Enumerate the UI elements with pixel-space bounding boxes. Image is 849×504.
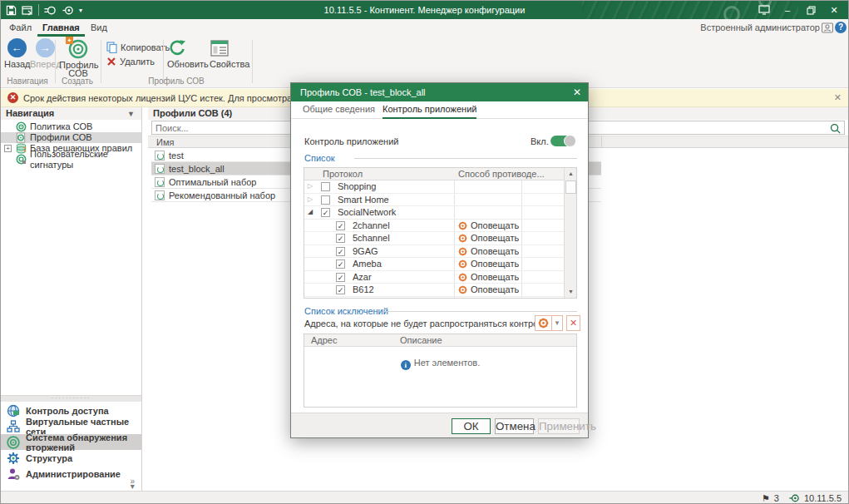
empty-state: iНет элементов. [304, 358, 576, 370]
protocol-child-row[interactable]: Azar Оповещать [304, 271, 576, 284]
back-button[interactable]: ← Назад [4, 38, 29, 69]
add-exclusion-button[interactable] [535, 315, 552, 331]
checkbox-checked[interactable] [336, 273, 345, 282]
close-button[interactable]: ✕ [823, 2, 845, 18]
dialog-title-bar[interactable]: Профиль СОВ - test_block_all ✕ [291, 83, 588, 101]
remove-exclusion-button[interactable]: ✕ [566, 315, 580, 331]
protocol-table-header[interactable]: Протокол Способ противоде... [304, 168, 576, 180]
ribbon: Файл Главная Вид Встроенный администрато… [1, 19, 848, 88]
flag-icon[interactable]: ⚑ [762, 493, 770, 504]
user-card-icon[interactable] [822, 22, 833, 33]
cancel-button[interactable]: Отмена [495, 418, 534, 434]
collapse-expand-icon[interactable]: ◢ [308, 208, 313, 215]
checkbox-checked[interactable] [336, 221, 345, 230]
protocol-row[interactable]: ◢ SocialNetwork [304, 206, 576, 220]
checkbox-checked[interactable] [321, 208, 330, 217]
collapse-chevron-icon[interactable]: »▾ [130, 479, 135, 489]
checkbox-checked[interactable] [336, 285, 345, 294]
create-profile-sov-button[interactable]: ✦ Профиль СОВ [59, 38, 97, 77]
dialog-tab-general[interactable]: Общие сведения [303, 101, 375, 119]
exclusions-table: Адрес Описание iНет элементов. [304, 334, 577, 408]
protocol-child-row[interactable]: 5channel Оповещать [304, 232, 576, 245]
protocol-child-row[interactable]: B612 Оповещать [304, 284, 576, 297]
title-bar: ▾ 10.11.5.5 - Континент. Менеджер конфиг… [1, 1, 848, 19]
minimize-button[interactable]: – [777, 2, 798, 18]
tree-item-profili-sov[interactable]: Профили СОВ [1, 132, 141, 143]
toggle-label: Вкл. [531, 136, 549, 146]
checkbox[interactable] [321, 195, 330, 205]
status-bar: ⚑ 3 10.11.5.5 [1, 491, 848, 504]
protocol-child-row-partial[interactable] [304, 297, 576, 299]
checkbox-checked[interactable] [336, 259, 345, 269]
warning-close-icon[interactable]: ✕ [834, 92, 842, 103]
add-exclusion-dropdown-icon[interactable]: ▼ [551, 315, 563, 331]
scroll-up-icon[interactable]: ▲ [565, 168, 577, 180]
protocol-child-row[interactable]: Ameba Оповещать [304, 258, 576, 271]
tab-file[interactable]: Файл [4, 19, 37, 37]
app-control-label: Контроль приложений [304, 136, 398, 146]
protocol-child-row[interactable]: 9GAG Оповещать [304, 245, 576, 259]
tree-item-polzovatelskie-signatury[interactable]: Пользовательские сигнатуры [1, 154, 141, 165]
protocol-row[interactable]: ▷ Smart Home [304, 194, 576, 207]
protocol-column-label: Протокол [323, 169, 363, 179]
profile-sov-dialog: Профиль СОВ - test_block_all ✕ Общие све… [290, 82, 589, 438]
section-administrirovanie[interactable]: Администрирование [1, 466, 141, 482]
expand-plus-icon[interactable]: + [4, 145, 12, 152]
exclusions-table-header[interactable]: Адрес Описание [304, 334, 576, 347]
action-column-label: Способ противоде... [458, 169, 545, 179]
checkbox-checked[interactable] [336, 234, 345, 243]
search-icon[interactable] [829, 122, 842, 135]
group-label-navigation: Навигация [1, 77, 54, 86]
help-icon[interactable]: ? [835, 22, 847, 33]
dialog-tab-app-control[interactable]: Контроль приложений [383, 101, 476, 119]
app-window: ▾ 10.11.5.5 - Континент. Менеджер конфиг… [0, 0, 849, 504]
expand-icon[interactable]: ▷ [308, 195, 313, 203]
description-column-label: Описание [400, 335, 442, 345]
connection-status-icon [788, 493, 800, 503]
display-icon[interactable] [753, 2, 775, 18]
profile-doc-icon [155, 151, 165, 161]
checkbox[interactable] [336, 299, 345, 299]
alert-gear-icon [458, 298, 467, 299]
list-section-label[interactable]: Список [304, 153, 335, 163]
tree-item-politika-sov[interactable]: Политика СОВ [1, 121, 141, 132]
copy-button[interactable]: Копировать [106, 42, 170, 53]
dialog-footer: ОК Отмена Применить [291, 413, 588, 437]
rules-db-icon [16, 143, 27, 154]
checkbox-checked[interactable] [336, 247, 345, 256]
ids-target-icon [7, 436, 20, 449]
group-label-profile-sov: Профиль СОВ [101, 77, 251, 86]
checkbox[interactable] [321, 182, 330, 191]
tab-view[interactable]: Вид [86, 19, 112, 37]
ok-button[interactable]: ОК [452, 418, 491, 434]
profile-doc-icon [155, 164, 165, 174]
profile-doc-icon [155, 190, 165, 200]
section-sov[interactable]: Система обнаружения вторжений [1, 434, 141, 450]
tab-home[interactable]: Главная [37, 19, 85, 37]
alert-gear-icon [458, 221, 467, 230]
panel-splitter[interactable]: ··········· [1, 395, 141, 402]
protocol-child-row[interactable]: 2channel Оповещать [304, 220, 576, 233]
scrollbar-thumb[interactable] [565, 180, 576, 194]
apply-button[interactable]: Применить [538, 418, 580, 434]
exclusions-description: Адреса, на которые не будет распространя… [304, 319, 548, 329]
delete-button[interactable]: Удалить [106, 57, 155, 67]
protocol-row[interactable]: ▷ Shopping [304, 180, 576, 194]
exclusions-section-label[interactable]: Список исключений [304, 306, 388, 316]
expand-icon[interactable]: ▷ [308, 182, 313, 190]
properties-button[interactable]: Свойства [210, 38, 248, 69]
dialog-tabs: Общие сведения Контроль приложений [291, 101, 588, 119]
vertical-scrollbar[interactable]: ▲ ▼ [564, 168, 576, 298]
flag-count: 3 [774, 493, 779, 503]
pin-dropdown-icon[interactable]: ▼ [127, 108, 135, 121]
policy-icon [16, 121, 27, 132]
alert-gear-icon [458, 247, 467, 256]
dialog-close-icon[interactable]: ✕ [573, 83, 581, 101]
restore-button[interactable] [800, 2, 822, 18]
column-divider [601, 136, 602, 148]
section-struktura[interactable]: Структура [1, 450, 141, 466]
app-control-toggle[interactable] [550, 136, 575, 146]
scroll-down-icon[interactable]: ▼ [565, 286, 577, 298]
server-address: 10.11.5.5 [804, 493, 842, 503]
refresh-button[interactable]: Обновить [167, 38, 207, 69]
